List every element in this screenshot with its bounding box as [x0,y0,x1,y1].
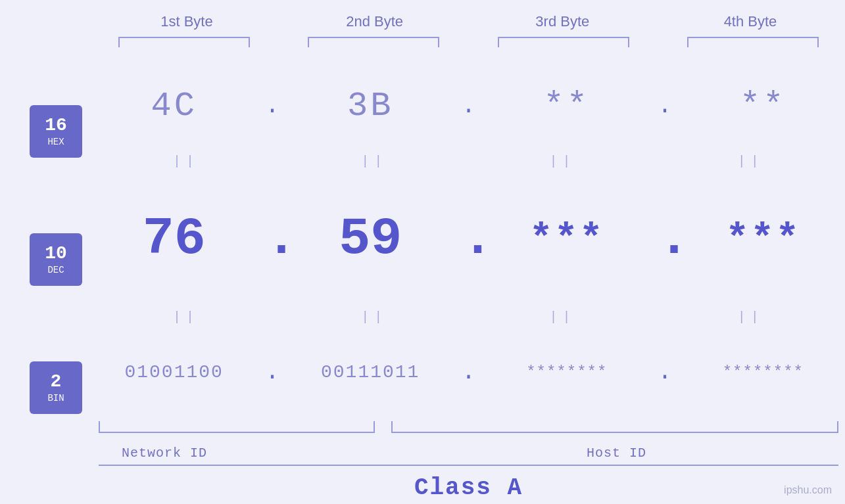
sep1: || [107,154,265,169]
bin-byte3: ******** [495,363,639,381]
sep3: || [484,154,642,169]
sep7: || [484,309,642,325]
hex-dot1: . [266,93,279,120]
bracket-byte2 [308,37,439,47]
host-id-label: Host ID [388,446,845,461]
dec-byte2: 59 [298,209,443,269]
byte-headers: 1st Byte 2nd Byte 3rd Byte 4th Byte [107,13,831,30]
top-brackets [107,37,831,47]
bracket-byte3 [498,37,629,47]
hex-row: 4C . 3B . ** . ** [92,60,845,151]
dec-dot1: . [266,209,279,269]
hex-byte1: 4C [102,87,247,126]
byte4-header: 4th Byte [678,13,823,30]
bin-byte4: ******** [690,363,835,381]
hex-number: 16 [45,115,67,135]
hex-byte3: ** [495,87,639,126]
sep8: || [672,309,830,325]
dec-row: 76 . 59 . *** . *** [92,171,845,307]
data-area: 4C . 3B . ** . ** || || || || [92,60,845,504]
sep6: || [295,309,453,325]
bin-dot2: . [462,359,475,386]
dec-sublabel: DEC [47,265,64,275]
bin-byte1: 01001100 [102,362,247,382]
dec-dot3: . [658,209,671,269]
bin-sublabel: BIN [47,393,64,403]
bin-byte2: 00111011 [298,362,443,382]
hex-sublabel: HEX [47,137,64,147]
sep4: || [672,154,830,169]
class-label: Class A [414,474,523,501]
dec-number: 10 [45,243,67,263]
network-bracket [99,421,375,433]
dec-badge: 10 DEC [30,233,82,286]
hex-byte2: 3B [298,87,443,126]
sep-hex-dec: || || || || [92,151,845,171]
dec-byte4: *** [690,217,835,262]
labels-column: 16 HEX 10 DEC 2 BIN [0,60,92,504]
host-bracket [391,421,838,433]
bracket-byte1 [118,37,250,47]
dec-dot2: . [462,209,475,269]
hex-dot3: . [658,93,671,120]
sep-dec-bin: || || || || [92,307,845,327]
byte2-header: 2nd Byte [302,13,447,30]
bin-row: 01001100 . 00111011 . ******** . *******… [92,327,845,417]
class-area: Class A [92,465,845,504]
network-id-label: Network ID [92,446,237,461]
byte1-header: 1st Byte [114,13,259,30]
id-labels-row: Network ID Host ID [92,441,845,465]
bin-dot3: . [658,359,671,386]
bin-dot1: . [266,359,279,386]
dec-byte3: *** [495,217,639,262]
bottom-brackets-area [92,421,845,441]
bin-number: 2 [51,371,62,392]
hex-badge: 16 HEX [30,105,82,158]
class-line [99,465,838,466]
sep2: || [295,154,453,169]
bin-badge: 2 BIN [30,361,82,414]
sep5: || [107,309,265,325]
hex-dot2: . [462,93,475,120]
hex-byte4: ** [690,87,835,126]
byte3-header: 3rd Byte [490,13,635,30]
main-container: 1st Byte 2nd Byte 3rd Byte 4th Byte 16 H… [0,0,845,504]
bracket-byte4 [687,37,819,47]
watermark: ipshu.com [784,484,832,496]
dec-byte1: 76 [102,209,247,269]
